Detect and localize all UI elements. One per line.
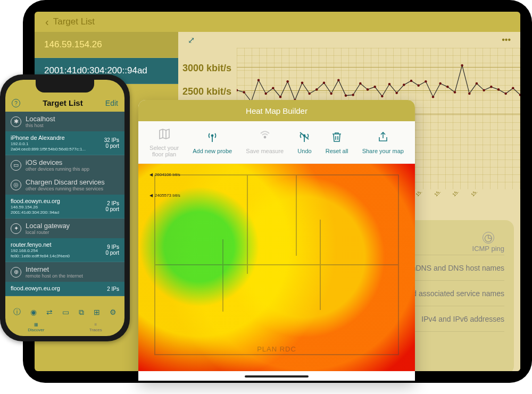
- svg-point-20: [381, 95, 384, 98]
- tab-traces[interactable]: ≡Traces: [89, 322, 102, 332]
- svg-point-41: [264, 136, 265, 138]
- svg-point-26: [425, 80, 427, 83]
- tab-icon: ▦: [34, 322, 38, 327]
- details-row: mDNS and DNS host names: [410, 264, 504, 272]
- svg-point-21: [388, 83, 391, 86]
- svg-point-33: [476, 82, 478, 85]
- section-header: ⊕ Internetremote host on the Internet: [5, 262, 124, 282]
- iphone-device: ? Target List Edit ✱ Localhostthis hosti…: [0, 74, 130, 341]
- svg-point-5: [272, 87, 275, 90]
- target-list[interactable]: ✱ Localhostthis hostiPhone de Alexandre1…: [5, 112, 124, 304]
- reset-all-button[interactable]: Reset all: [326, 131, 348, 154]
- svg-point-1: [243, 91, 245, 94]
- svg-point-25: [417, 85, 420, 87]
- svg-point-37: [504, 93, 507, 95]
- svg-point-35: [490, 86, 493, 88]
- sidebar-item-label: 146.59.154.26: [44, 39, 102, 49]
- ipad-back-button[interactable]: ‹ Target List: [35, 12, 520, 32]
- repeat-icon[interactable]: ⇄: [46, 308, 53, 316]
- svg-point-9: [301, 82, 304, 85]
- probe-marker[interactable]: 2405573 bit/s: [149, 193, 180, 198]
- devices-icon[interactable]: ▭: [62, 308, 69, 316]
- svg-point-14: [337, 79, 340, 81]
- expand-icon[interactable]: ⤢: [188, 35, 195, 45]
- x-tick: 15:42: [452, 191, 471, 205]
- iphone-notch: [36, 80, 94, 93]
- svg-point-6: [279, 96, 282, 98]
- target-icon: ◎: [11, 180, 21, 190]
- clock-icon: ◷: [483, 232, 494, 244]
- svg-point-36: [497, 88, 500, 91]
- svg-point-19: [373, 86, 376, 88]
- map-icon[interactable]: ⊞: [94, 308, 100, 316]
- wifi-icon: [259, 131, 271, 145]
- svg-point-24: [410, 80, 413, 82]
- add-probe-button[interactable]: Add new probe: [193, 131, 232, 154]
- svg-point-31: [461, 64, 463, 67]
- svg-point-13: [330, 93, 332, 95]
- iphone-tabbar: ▦Discover≡Traces: [5, 320, 124, 334]
- iphone-toolbar: ⓘ◉⇄▭⧉⊞⚙: [9, 304, 121, 320]
- details-row: IPv4 and IPv6 addresses: [421, 315, 504, 323]
- select-floorplan-button: Select yourfloor plan: [149, 128, 179, 157]
- svg-point-15: [345, 94, 347, 97]
- heatmap-canvas[interactable]: PLAN RDC 2604106 bit/s2405573 bit/s: [138, 164, 415, 371]
- list-item[interactable]: flood.eowyn.eu.org 2 IPs: [5, 282, 124, 296]
- svg-point-4: [264, 93, 267, 95]
- svg-point-10: [308, 93, 311, 95]
- svg-point-28: [439, 82, 442, 85]
- page-title: Target List: [43, 98, 83, 107]
- section-header: ✱ Localhostthis host: [5, 112, 124, 131]
- modal-title: Heat Map Builder: [138, 100, 415, 121]
- svg-point-29: [446, 86, 449, 88]
- undo-icon: [298, 131, 311, 145]
- compass-icon: ✦: [11, 223, 21, 234]
- svg-point-3: [257, 79, 260, 81]
- globe-icon: ⊕: [11, 267, 21, 278]
- more-icon[interactable]: •••: [502, 35, 511, 45]
- y-tick: 3000 kbit/s: [182, 63, 231, 74]
- heatmap-toolbar: Select yourfloor plan Add new probe Save…: [138, 121, 415, 164]
- svg-point-30: [454, 91, 456, 94]
- undo-button[interactable]: Undo: [297, 131, 311, 154]
- help-button[interactable]: ?: [12, 99, 20, 107]
- svg-point-12: [323, 82, 326, 85]
- gear-icon[interactable]: ⚙: [110, 308, 117, 316]
- section-header: ◎ Chargen Discard servicesother devices …: [5, 175, 124, 195]
- svg-point-18: [367, 88, 369, 91]
- sidebar-item-ipv4[interactable]: 146.59.154.26: [35, 32, 178, 58]
- share-map-button[interactable]: Share your map: [362, 131, 404, 154]
- svg-point-23: [403, 83, 405, 86]
- y-tick: 2500 kbit/s: [182, 86, 231, 97]
- home-indicator: [245, 375, 309, 378]
- svg-point-38: [512, 87, 514, 90]
- svg-point-7: [286, 80, 289, 83]
- share-icon: [377, 131, 389, 145]
- edit-button[interactable]: Edit: [105, 99, 118, 107]
- devices-icon: ▭: [11, 160, 21, 171]
- floorplan-overlay: PLAN RDC: [154, 174, 399, 355]
- list-item[interactable]: router.fenyo.net192.168.0.254fe80::1e6b:…: [5, 238, 124, 262]
- list-item[interactable]: flood.eowyn.eu.org146.59.154.262001:41d0…: [5, 195, 124, 219]
- plan-label: PLAN RDC: [257, 345, 296, 353]
- svg-point-17: [359, 82, 362, 85]
- chevron-left-icon: ‹: [45, 16, 49, 28]
- iphone-screen: ? Target List Edit ✱ Localhostthis hosti…: [5, 80, 124, 336]
- x-tick: 15:42: [433, 191, 453, 205]
- tab-discover[interactable]: ▦Discover: [28, 322, 44, 332]
- record-icon[interactable]: ◉: [30, 308, 37, 316]
- info-icon[interactable]: ⓘ: [13, 307, 21, 317]
- probe-marker[interactable]: 2604106 bit/s: [149, 172, 180, 177]
- list-item[interactable]: iPhone de Alexandre192.0.0.12a04:cec0:89…: [5, 131, 124, 155]
- hub-icon: ✱: [11, 116, 21, 127]
- svg-point-27: [432, 96, 435, 98]
- svg-point-0: [237, 89, 238, 91]
- svg-point-22: [395, 91, 398, 94]
- antenna-icon: [206, 131, 219, 145]
- svg-point-11: [315, 88, 318, 91]
- ipad-back-label: Target List: [53, 16, 95, 27]
- x-tick: 15:42: [470, 191, 489, 205]
- screen-icon[interactable]: ⧉: [79, 308, 84, 317]
- svg-point-32: [468, 93, 471, 95]
- icmp-ping[interactable]: ◷ ICMP ping: [472, 232, 504, 253]
